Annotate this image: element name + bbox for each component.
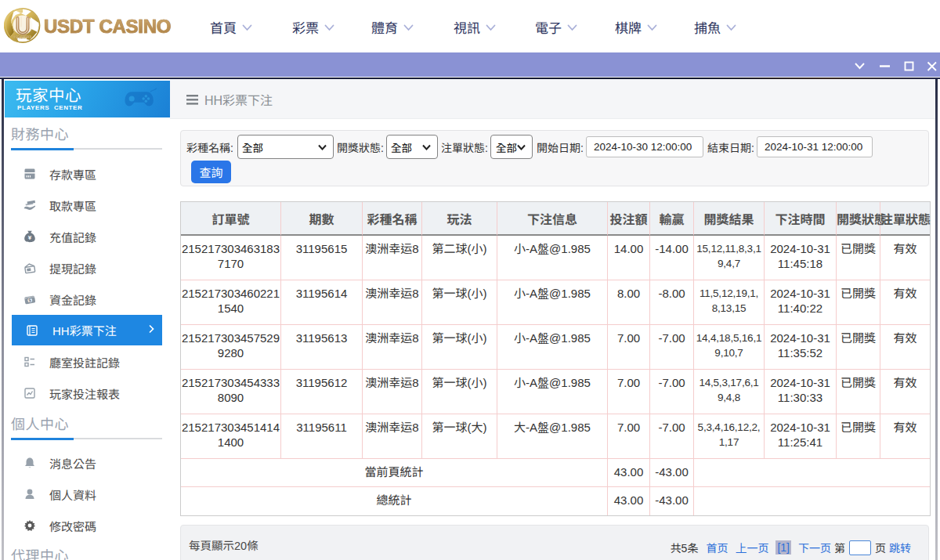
svg-text:CASINO: CASINO [14, 34, 31, 39]
svg-text:¥: ¥ [28, 234, 32, 241]
